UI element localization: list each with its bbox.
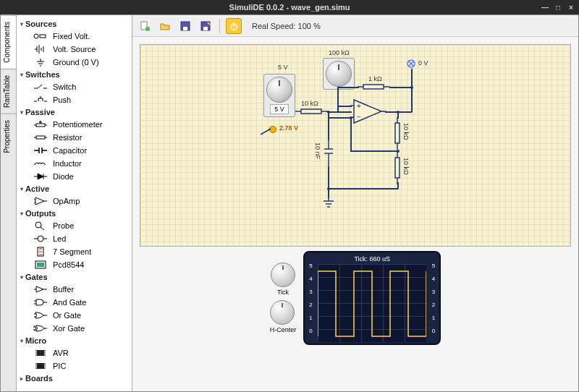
tree-item-pic[interactable]: PIC <box>18 359 130 372</box>
tree-item-ground[interactable]: Ground (0 V) <box>18 56 130 69</box>
resistor-label: 10 kΩ <box>402 123 410 140</box>
wire <box>328 188 398 189</box>
resistor-component[interactable] <box>394 152 401 184</box>
save-button[interactable] <box>177 18 193 34</box>
hcenter-knob[interactable] <box>270 300 295 325</box>
svg-rect-19 <box>363 85 384 89</box>
oscilloscope-panel: Tick H-Center Tick: 660 uS <box>140 247 571 346</box>
buffer-icon <box>33 284 48 294</box>
inductor-icon <box>33 158 48 169</box>
wire-node <box>350 116 352 119</box>
circuit-canvas[interactable]: 100 kΩ 5 V 5 V 10 kΩ 1 kΩ <box>140 44 571 247</box>
tree-item-switch[interactable]: Switch <box>18 80 130 93</box>
led-icon <box>33 234 48 244</box>
tree-item-pcd8544[interactable]: Pcd8544 <box>18 258 130 271</box>
resistor-label: 1 kΩ <box>368 75 382 82</box>
fixed-volt-icon <box>33 31 48 41</box>
tree-item-capacitor[interactable]: Capacitor <box>18 144 130 157</box>
power-button[interactable] <box>226 18 242 34</box>
lcd-icon <box>33 260 48 270</box>
chevron-down-icon: ▾ <box>20 338 23 344</box>
resistor-icon <box>33 132 48 142</box>
tab-ramtable[interactable]: RamTable <box>1 69 16 114</box>
tree-item-xor-gate[interactable]: Xor Gate <box>18 322 130 335</box>
tree-item-opamp[interactable]: OpAmp <box>18 195 130 208</box>
opamp-component[interactable]: +− <box>350 97 386 126</box>
chevron-down-icon: ▾ <box>20 72 23 78</box>
volt-source-component[interactable]: 5 V <box>263 74 295 117</box>
wire <box>389 87 412 88</box>
tree-item-buffer[interactable]: Buffer <box>18 283 130 296</box>
category-gates[interactable]: ▾Gates <box>18 271 130 283</box>
scope-tick: 4 <box>309 276 312 282</box>
tree-item-potentiometer[interactable]: Potentiometer <box>18 118 130 131</box>
oscilloscope[interactable]: Tick: 660 uS 5 4 3 2 1 0 5 4 <box>303 251 441 345</box>
probe-tip-icon <box>259 126 276 136</box>
category-boards[interactable]: ▸Boards <box>18 372 130 384</box>
wire <box>328 117 352 119</box>
or-gate-icon <box>33 310 48 320</box>
toolbar: Real Speed: 100 % <box>132 15 578 37</box>
category-passive[interactable]: ▾Passive <box>18 106 130 118</box>
chevron-right-icon: ▸ <box>20 375 23 382</box>
tree-item-probe[interactable]: Probe <box>18 219 130 232</box>
scope-tick: 0 <box>432 328 435 334</box>
tab-properties[interactable]: Properties <box>1 114 16 159</box>
chevron-down-icon: ▾ <box>20 186 23 192</box>
ground-icon <box>33 57 48 67</box>
switch-icon <box>33 82 48 92</box>
wire-node <box>327 187 330 190</box>
category-sources[interactable]: ▾Sources <box>18 18 130 30</box>
tree-item-avr[interactable]: AVR <box>18 346 130 359</box>
tree-item-and-gate[interactable]: And Gate <box>18 296 130 309</box>
resistor-component[interactable] <box>358 83 390 90</box>
opamp-icon <box>33 196 48 206</box>
maximize-button[interactable]: □ <box>554 4 562 11</box>
resistor-component[interactable] <box>394 117 401 150</box>
minimize-button[interactable]: — <box>541 4 549 11</box>
tree-item-led[interactable]: Led <box>18 232 130 245</box>
knob-icon[interactable] <box>266 77 292 103</box>
tree-item-volt-source[interactable]: Volt. Source <box>18 43 130 56</box>
diode-icon <box>33 171 48 182</box>
capacitor-icon <box>33 145 48 155</box>
tree-item-7segment[interactable]: 7 Segment <box>18 245 130 258</box>
tree-item-resistor[interactable]: Resistor <box>18 131 130 144</box>
save-as-button[interactable] <box>198 18 214 34</box>
probe-value: 2.78 V <box>279 124 298 132</box>
tab-components[interactable]: Components <box>1 15 16 69</box>
pot-label: 100 kΩ <box>329 49 350 56</box>
open-file-button[interactable] <box>157 18 173 34</box>
scope-title: Tick: 660 uS <box>308 255 436 263</box>
ground-component[interactable] <box>322 197 335 210</box>
resistor-label: 10 kΩ <box>301 100 318 107</box>
svg-rect-3 <box>36 136 45 139</box>
capacitor-label: 10 nF <box>314 142 321 159</box>
svg-rect-2 <box>36 124 45 127</box>
svg-rect-8 <box>37 263 44 267</box>
close-button[interactable]: × <box>567 4 575 11</box>
category-active[interactable]: ▾Active <box>18 183 130 195</box>
resistor-component[interactable] <box>295 108 328 115</box>
knob-icon[interactable] <box>326 61 352 87</box>
tree-item-fixed-volt[interactable]: Fixed Volt. <box>18 30 130 43</box>
category-switches[interactable]: ▾Switches <box>18 69 130 80</box>
hcenter-knob-label: H-Center <box>270 326 297 333</box>
svg-point-5 <box>38 236 43 242</box>
potentiometer-component[interactable] <box>323 58 355 90</box>
new-file-button[interactable] <box>137 18 153 34</box>
capacitor-component[interactable] <box>323 139 334 168</box>
fixed-volt-component[interactable] <box>405 58 417 69</box>
tree-item-diode[interactable]: Diode <box>18 170 130 183</box>
svg-text:+: + <box>357 102 361 110</box>
volt-source-icon <box>33 44 48 54</box>
tick-knob[interactable] <box>271 263 295 287</box>
svg-point-4 <box>35 222 41 228</box>
tree-item-push[interactable]: Push <box>18 93 130 106</box>
category-micro[interactable]: ▾Micro <box>18 335 130 346</box>
tree-item-or-gate[interactable]: Or Gate <box>18 309 130 322</box>
tree-item-inductor[interactable]: Inductor <box>18 157 130 170</box>
push-icon <box>33 95 48 105</box>
wire-node <box>410 86 413 89</box>
category-outputs[interactable]: ▾Outputs <box>18 208 130 219</box>
